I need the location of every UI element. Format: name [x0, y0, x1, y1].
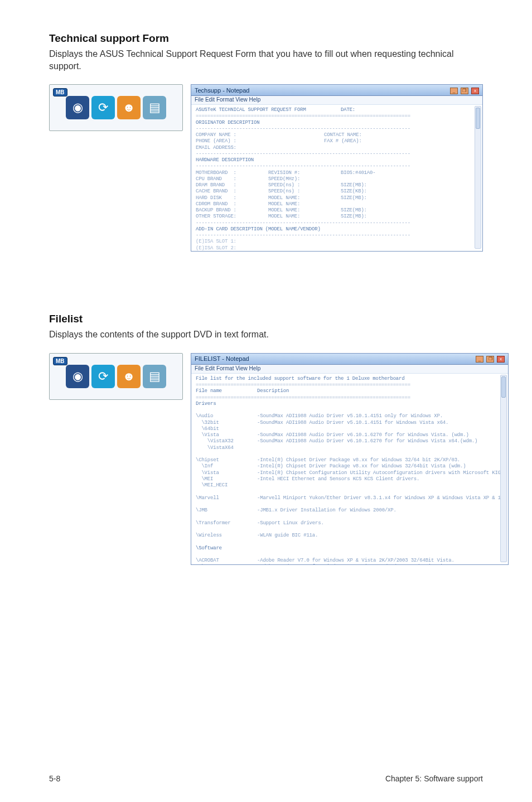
dash2: ----------------------------------------…: [196, 151, 410, 157]
fl-rule1: ========================================…: [196, 382, 410, 388]
r5l: \JMB: [196, 508, 257, 514]
thumb-icons: ◉ ⟳ ☻ ▤: [52, 87, 180, 128]
sect-hardware: HARDWARE DESCRIPTION: [196, 157, 254, 163]
np2-body: File list for the included support softw…: [191, 374, 508, 564]
dash4: ----------------------------------------…: [196, 220, 410, 226]
np2-menu[interactable]: File Edit Format View Help: [191, 365, 508, 374]
min-btn[interactable]: _: [450, 88, 458, 94]
r1r: -SoundMax ADI1988 Audio Driver v5.10.1.4…: [257, 413, 448, 426]
thumb2-icon-doc: ▤: [143, 365, 166, 388]
col-filename: File name: [196, 388, 257, 394]
scrollbar[interactable]: [475, 106, 481, 249]
desc-tech-support: Displays the ASUS Technical Support Requ…: [49, 48, 483, 72]
thumb2-icon-support: ☻: [117, 365, 141, 388]
r8r: -Adobe Reader V7.0 for Windows XP & Vist…: [257, 558, 454, 564]
notepad-filelist-window: FILELIST - Notepad _ ❐ x File Edit Forma…: [191, 353, 509, 565]
r7r: -WLAN guide BIC #11a.: [257, 533, 318, 539]
row-techsupp: MB ◉ ⟳ ☻ ▤ Techsupp - Notepad _ ❐ x File…: [49, 84, 483, 252]
sect-addin: ADD-IN CARD DESCRIPTION (MODEL NAME/VEND…: [196, 226, 321, 232]
sect-originator: ORIGINATOR DESCRIPTION: [196, 120, 259, 125]
originator-left: COMPANY NAME : PHONE (AREA) : EMAIL ADDR…: [196, 132, 324, 151]
np2-titlebar: FILELIST - Notepad _ ❐ x: [191, 354, 508, 365]
hw-mid: REVISION #: SPEED(MHz): SPEED(ns) : SPEE…: [268, 170, 341, 220]
dash3: ----------------------------------------…: [196, 163, 410, 169]
window-buttons-2: _ ❐ x: [475, 355, 505, 363]
close-btn[interactable]: x: [471, 88, 479, 94]
np-body-techsupp: ASUSTeK TECHNICAL SUPPORT REQUEST FORM D…: [191, 105, 482, 251]
scrollbar-2[interactable]: [500, 375, 507, 562]
dvd-thumbnail-techsupp: MB ◉ ⟳ ☻ ▤: [49, 84, 183, 131]
thumb2-icon-disc: ◉: [66, 365, 89, 388]
desc-filelist: Displays the contents of the support DVD…: [49, 328, 483, 341]
cat-software: \Software: [196, 545, 222, 551]
thumb-icon-support: ☻: [117, 96, 141, 119]
chapter-label: Chapter 5: Software support: [385, 774, 483, 783]
cat-drivers: Drivers: [196, 401, 216, 407]
np-menu[interactable]: File Edit Format View Help: [191, 96, 482, 105]
np-title-text: Techsupp - Notepad: [195, 87, 249, 94]
slot-list: (E)ISA SLOT 1: (E)ISA SLOT 2: (E)ISA SLO…: [196, 239, 236, 251]
page-number: 5-8: [49, 774, 60, 783]
fl-header: File list for the included support softw…: [196, 376, 404, 381]
fl-rule2: ========================================…: [196, 395, 410, 400]
max-btn[interactable]: ❐: [461, 88, 468, 94]
r3l: \Chipset \Inf \Vista \MEI \MEI_HECI: [196, 457, 257, 489]
r7l: \Wireless: [196, 533, 257, 539]
heading-tech-support: Technical support Form: [49, 32, 483, 45]
hw-right: BIOS:#401A0- SIZE(MB): SIZE(KB): SIZE(MB…: [341, 170, 375, 220]
min-btn-2[interactable]: _: [476, 356, 483, 363]
hw-left: MOTHERBOARD : CPU BRAND : DRAM BRAND : C…: [196, 170, 268, 220]
r4l: \Marvell: [196, 495, 257, 501]
np-titlebar: Techsupp - Notepad _ ❐ x: [191, 85, 482, 96]
thumb-icon-globe: ⟳: [91, 96, 115, 119]
dash5: ----------------------------------------…: [196, 233, 410, 238]
r2r: -SoundMax ADI1988 Audio Driver v6.10.1.6…: [257, 432, 477, 445]
page-footer: 5-8 Chapter 5: Software support: [0, 774, 532, 783]
thumb2-icon-globe: ⟳: [91, 365, 115, 388]
form-header: ASUSTeK TECHNICAL SUPPORT REQUEST FORM D…: [196, 107, 355, 113]
window-buttons: _ ❐ x: [449, 86, 479, 94]
np2-title-text: FILELIST - Notepad: [195, 355, 249, 362]
r6l: \Transformer: [196, 520, 257, 526]
r4r: -Marvell Miniport Yukon/Ether Driver v8.…: [257, 495, 501, 501]
col-description: Description: [257, 388, 289, 394]
r2l: \Vista \VistaX32 \VistaX64: [196, 432, 257, 451]
notepad-techsupp-window: Techsupp - Notepad _ ❐ x File Edit Forma…: [191, 84, 483, 252]
thumb-icons-2: ◉ ⟳ ☻ ▤: [52, 356, 180, 397]
max-btn-2[interactable]: ❐: [486, 356, 494, 363]
r5r: -JMB1.x Driver Installation for Windows …: [257, 508, 396, 514]
thumb-icon-disc: ◉: [66, 96, 89, 119]
originator-right: CONTACT NAME: FAX # (AREA):: [324, 132, 362, 145]
r1l: \Audio \32bit \64bit: [196, 413, 257, 432]
thumb-icon-doc: ▤: [143, 96, 166, 119]
r6r: -Support Linux drivers.: [257, 520, 324, 526]
close-btn-2[interactable]: x: [497, 356, 505, 363]
rule1: ========================================…: [196, 113, 410, 119]
heading-filelist: Filelist: [49, 313, 483, 325]
r3r: -Intel(R) Chipset Driver Package v8.xx f…: [257, 457, 504, 482]
dvd-thumbnail-filelist: MB ◉ ⟳ ☻ ▤: [49, 353, 183, 400]
row-filelist: MB ◉ ⟳ ☻ ▤ FILELIST - Notepad _ ❐ x File…: [49, 353, 483, 565]
dash1: ----------------------------------------…: [196, 126, 410, 132]
r8l: \ACROBAT \XP \WIN: [196, 558, 257, 564]
